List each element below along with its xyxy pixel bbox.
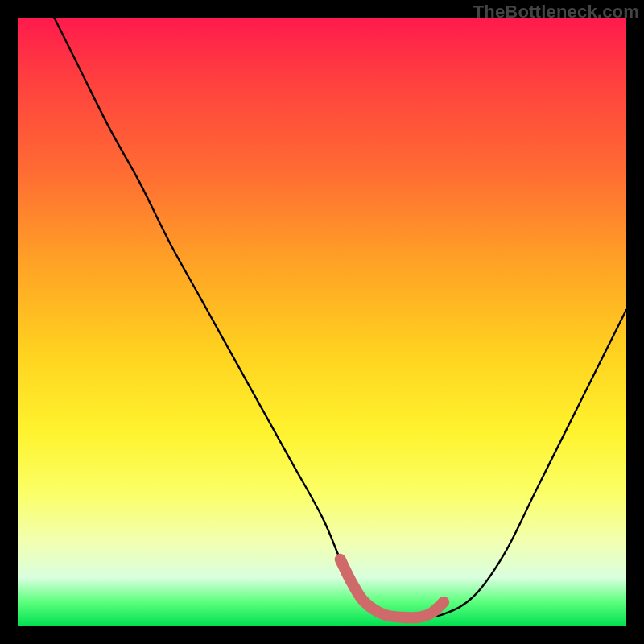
curve-layer — [18, 18, 626, 626]
chart-frame: TheBottleneck.com — [0, 0, 644, 644]
highlight-band — [341, 559, 444, 617]
watermark-text: TheBottleneck.com — [473, 2, 639, 23]
plot-area — [18, 18, 626, 626]
bottleneck-curve — [54, 18, 626, 617]
